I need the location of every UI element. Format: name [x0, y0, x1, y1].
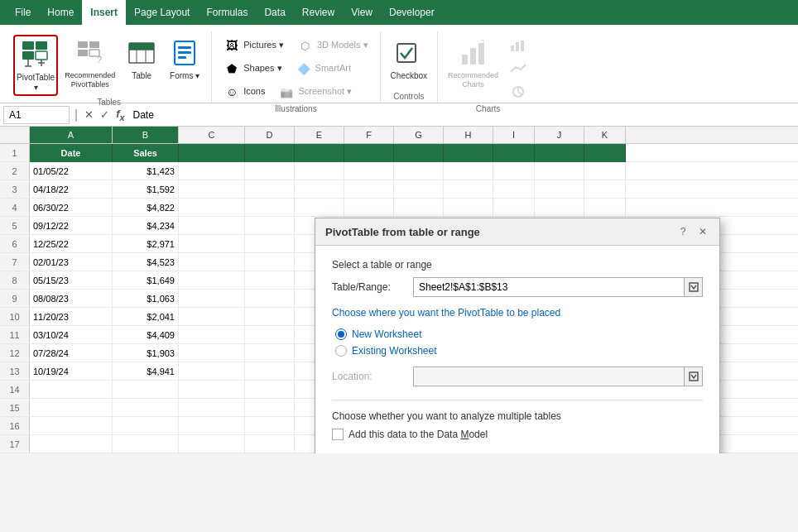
cell-h4[interactable]: [444, 199, 493, 217]
row-num-11[interactable]: 11: [0, 326, 30, 343]
menu-view[interactable]: View: [343, 0, 381, 25]
cell-d11[interactable]: [245, 326, 295, 344]
cell-c10[interactable]: [179, 308, 245, 326]
cell-a8[interactable]: 05/15/23: [30, 271, 113, 290]
cell-g1[interactable]: [394, 144, 444, 162]
cell-c17[interactable]: [179, 435, 245, 453]
col-header-d[interactable]: D: [245, 127, 295, 143]
menu-insert[interactable]: Insert: [82, 0, 126, 25]
new-worksheet-radio[interactable]: [335, 328, 347, 340]
cell-a7[interactable]: 02/01/23: [30, 253, 113, 271]
cell-a16[interactable]: [30, 417, 113, 435]
table-button[interactable]: Table: [122, 35, 161, 83]
insert-function-icon[interactable]: fx: [114, 108, 126, 122]
cell-c13[interactable]: [179, 362, 245, 381]
smartart-button[interactable]: 🔷 SmartArt: [291, 58, 356, 79]
row-num-14[interactable]: 14: [0, 381, 30, 398]
table-range-input[interactable]: [414, 279, 684, 295]
cell-h2[interactable]: [444, 162, 493, 180]
cell-j4[interactable]: [535, 199, 584, 217]
cell-d2[interactable]: [245, 162, 295, 180]
row-num-17[interactable]: 17: [0, 435, 30, 453]
cell-k2[interactable]: [584, 162, 626, 180]
cell-d16[interactable]: [245, 417, 295, 435]
cell-b15[interactable]: [113, 399, 179, 417]
forms-button[interactable]: Forms ▾: [165, 35, 204, 83]
location-input-group[interactable]: [413, 367, 703, 386]
data-model-checkbox-row[interactable]: Add this data to the Data Model: [332, 429, 703, 440]
row-num-12[interactable]: 12: [0, 344, 30, 362]
cell-b9[interactable]: $1,063: [113, 290, 179, 308]
row-num-10[interactable]: 10: [0, 308, 30, 325]
pivot-dialog[interactable]: PivotTable from table or range ? ✕ Selec…: [315, 218, 720, 453]
menu-data[interactable]: Data: [256, 0, 293, 25]
cell-c2[interactable]: [179, 162, 245, 180]
cell-a9[interactable]: 08/08/23: [30, 290, 113, 308]
cell-c9[interactable]: [179, 290, 245, 308]
cell-a3[interactable]: 04/18/22: [30, 180, 113, 199]
table-range-input-group[interactable]: [413, 277, 703, 297]
cell-c5[interactable]: [179, 217, 245, 235]
data-model-checkbox[interactable]: [332, 429, 344, 440]
cell-b8[interactable]: $1,649: [113, 271, 179, 290]
cell-c1[interactable]: [179, 144, 245, 162]
shapes-button[interactable]: ⬟ Shapes ▾: [219, 58, 286, 79]
location-input[interactable]: [414, 368, 684, 385]
cell-c11[interactable]: [179, 326, 245, 344]
row-num-13[interactable]: 13: [0, 362, 30, 380]
row-num-1[interactable]: 1: [0, 144, 30, 161]
col-header-e[interactable]: E: [295, 127, 344, 143]
cell-b14[interactable]: [113, 381, 179, 399]
menu-formulas[interactable]: Formulas: [198, 0, 256, 25]
new-worksheet-radio-row[interactable]: New Worksheet: [335, 328, 703, 340]
cell-d13[interactable]: [245, 362, 295, 381]
cell-a12[interactable]: 07/28/24: [30, 344, 113, 362]
row-num-5[interactable]: 5: [0, 217, 30, 234]
cell-d10[interactable]: [245, 308, 295, 326]
cell-b3[interactable]: $1,592: [113, 180, 179, 199]
menu-file[interactable]: File: [7, 0, 39, 25]
row-num-15[interactable]: 15: [0, 399, 30, 416]
cell-a11[interactable]: 03/10/24: [30, 326, 113, 344]
cell-c7[interactable]: [179, 253, 245, 271]
recommended-charts-button[interactable]: ? RecommendedCharts: [445, 35, 502, 91]
cell-d8[interactable]: [245, 271, 295, 290]
cell-d14[interactable]: [245, 381, 295, 399]
cell-d1[interactable]: [245, 144, 295, 162]
pictures-button[interactable]: 🖼 Pictures ▾: [219, 35, 289, 56]
cell-b5[interactable]: $4,234: [113, 217, 179, 235]
cell-b10[interactable]: $2,041: [113, 308, 179, 326]
3d-models-button[interactable]: ⬡ 3D Models ▾: [292, 35, 373, 56]
cell-a2[interactable]: 01/05/22: [30, 162, 113, 180]
menu-review[interactable]: Review: [294, 0, 343, 25]
col-header-a[interactable]: A: [30, 127, 113, 143]
cell-f4[interactable]: [344, 199, 394, 217]
cell-g4[interactable]: [394, 199, 444, 217]
existing-worksheet-radio-row[interactable]: Existing Worksheet: [335, 345, 703, 357]
screenshot-button[interactable]: 📷 Screenshot ▾: [273, 81, 357, 103]
cell-e3[interactable]: [295, 180, 344, 199]
cell-f3[interactable]: [344, 180, 394, 199]
row-num-8[interactable]: 8: [0, 271, 30, 289]
cell-d7[interactable]: [245, 253, 295, 271]
menu-page-layout[interactable]: Page Layout: [126, 0, 198, 25]
cell-i4[interactable]: [493, 199, 535, 217]
cell-i1[interactable]: [493, 144, 535, 162]
cell-f2[interactable]: [344, 162, 394, 180]
cell-c15[interactable]: [179, 399, 245, 417]
checkbox-button[interactable]: Checkbox: [387, 35, 430, 83]
cell-b4[interactable]: $4,822: [113, 199, 179, 217]
cell-a1[interactable]: Date: [30, 144, 113, 162]
cell-e2[interactable]: [295, 162, 344, 180]
row-num-16[interactable]: 16: [0, 417, 30, 434]
cell-b13[interactable]: $4,941: [113, 362, 179, 381]
cell-k4[interactable]: [584, 199, 626, 217]
cell-a15[interactable]: [30, 399, 113, 417]
cell-a13[interactable]: 10/19/24: [30, 362, 113, 381]
pivot-table-button[interactable]: PivotTable▾: [13, 35, 58, 96]
col-header-f[interactable]: F: [344, 127, 394, 143]
location-select-button[interactable]: [684, 367, 702, 386]
cell-d17[interactable]: [245, 435, 295, 453]
col-header-b[interactable]: B: [113, 127, 179, 143]
cell-b17[interactable]: [113, 435, 179, 453]
